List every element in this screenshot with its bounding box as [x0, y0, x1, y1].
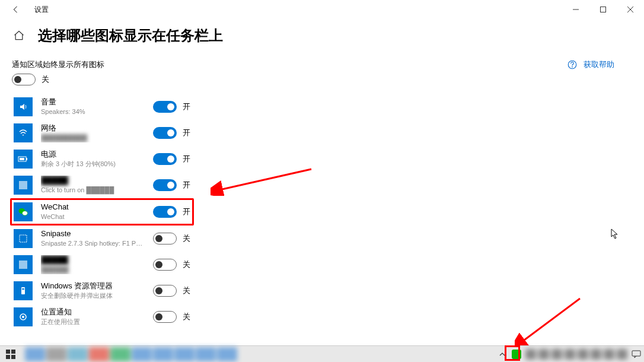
- app-row--: 音量 Speakers: 34% 开: [12, 94, 415, 120]
- app-toggle-state: 开: [183, 154, 190, 164]
- svg-rect-25: [11, 355, 15, 359]
- svg-rect-1: [601, 7, 606, 12]
- svg-rect-6: [20, 158, 24, 160]
- action-center-icon[interactable]: [631, 349, 642, 360]
- usb-icon: [14, 281, 33, 300]
- app-toggle[interactable]: [153, 127, 177, 139]
- tray-icons-blurred[interactable]: [525, 349, 627, 360]
- generic-icon: [14, 176, 33, 195]
- generic-icon: [14, 255, 33, 274]
- app-toggle-state: 开: [183, 207, 190, 217]
- app-title: Windows 资源管理器: [41, 281, 145, 291]
- volume-icon: [14, 97, 33, 116]
- svg-rect-12: [21, 287, 25, 294]
- app-row-windows-: Windows 资源管理器 安全删除硬件并弹出媒体 关: [12, 278, 415, 304]
- home-button[interactable]: [12, 28, 26, 43]
- app-toggle[interactable]: [153, 285, 177, 297]
- app-toggle[interactable]: [153, 206, 177, 218]
- app-subtitle: WeChat: [41, 212, 145, 221]
- app-title: █████: [41, 255, 145, 265]
- app-toggle[interactable]: [153, 153, 177, 165]
- snip-icon: [14, 229, 33, 248]
- help-icon: [567, 59, 578, 70]
- titlebar: 设置: [0, 0, 644, 19]
- svg-rect-24: [6, 355, 10, 359]
- app-subtitle: Click to turn on ██████: [41, 186, 145, 194]
- app-row-wechat: WeChat WeChat 开: [10, 198, 194, 226]
- global-toggle-label: 通知区域始终显示所有图标: [12, 59, 415, 70]
- get-help-label: 获取帮助: [584, 59, 614, 70]
- start-button[interactable]: [0, 346, 21, 363]
- app-row--: 位置通知 正在使用位置 关: [12, 304, 415, 330]
- app-title: █████: [41, 176, 145, 186]
- app-toggle-state: 关: [183, 312, 190, 322]
- battery-icon: [14, 150, 33, 169]
- maximize-button[interactable]: [589, 0, 617, 19]
- page-header: 选择哪些图标显示在任务栏上: [0, 19, 644, 49]
- location-icon: [14, 307, 33, 326]
- annotation-tray-highlight: [505, 345, 520, 361]
- app-title: 电源: [41, 150, 145, 160]
- page-title: 选择哪些图标显示在任务栏上: [38, 26, 223, 45]
- app-toggle-state: 开: [183, 101, 190, 112]
- svg-rect-7: [19, 181, 27, 189]
- app-row-snipaste: Snipaste Snipaste 2.7.3 Snip hotkey: F1 …: [12, 226, 415, 252]
- app-subtitle: ██████████: [41, 134, 145, 142]
- app-toggle-state: 开: [183, 128, 190, 138]
- app-title: Snipaste: [41, 229, 145, 239]
- app-row--: █████ Click to turn on ██████ 开: [12, 172, 415, 198]
- back-button[interactable]: [6, 0, 25, 19]
- app-subtitle: Speakers: 34%: [41, 107, 145, 116]
- app-subtitle: 剩余 3 小时 13 分钟(80%): [41, 160, 145, 168]
- app-subtitle: 正在使用位置: [41, 317, 145, 326]
- svg-rect-10: [20, 235, 27, 242]
- app-title: 音量: [41, 97, 145, 107]
- svg-rect-5: [26, 158, 27, 160]
- svg-rect-22: [6, 350, 10, 354]
- window-title: 设置: [34, 5, 49, 15]
- window-controls: [562, 0, 644, 19]
- app-toggle-state: 关: [183, 259, 190, 270]
- wifi-icon: [14, 123, 33, 142]
- app-row--: 电源 剩余 3 小时 13 分钟(80%) 开: [12, 146, 415, 172]
- app-toggle[interactable]: [153, 311, 177, 323]
- app-toggle[interactable]: [153, 233, 177, 244]
- get-help-link[interactable]: 获取帮助: [567, 59, 614, 70]
- app-subtitle: 安全删除硬件并弹出媒体: [41, 291, 145, 300]
- global-toggle[interactable]: [12, 74, 36, 85]
- app-row--: █████ ██████ 关: [12, 252, 415, 278]
- app-toggle[interactable]: [153, 259, 177, 271]
- minimize-button[interactable]: [562, 0, 589, 19]
- svg-rect-23: [11, 350, 15, 354]
- app-subtitle: ██████: [41, 265, 145, 274]
- app-toggle-state: 关: [183, 233, 190, 244]
- close-button[interactable]: [617, 0, 644, 19]
- wechat-icon: [14, 202, 33, 221]
- app-toggle-state: 开: [183, 180, 190, 190]
- svg-point-17: [572, 66, 572, 67]
- global-toggle-state: 关: [42, 74, 49, 85]
- app-toggle[interactable]: [153, 179, 177, 191]
- app-title: 网络: [41, 123, 145, 134]
- svg-point-9: [23, 211, 28, 216]
- app-title: 位置通知: [41, 307, 145, 317]
- app-toggle-state: 关: [183, 285, 190, 296]
- svg-point-15: [22, 316, 24, 318]
- app-row--: 网络 ██████████ 开: [12, 120, 415, 146]
- svg-rect-13: [22, 288, 24, 290]
- app-toggle[interactable]: [153, 101, 177, 113]
- svg-rect-11: [19, 261, 27, 269]
- taskbar-pinned-apps[interactable]: [25, 347, 237, 361]
- svg-rect-26: [632, 351, 640, 356]
- taskbar: [0, 345, 644, 362]
- app-subtitle: Snipaste 2.7.3 Snip hotkey: F1 Paste...: [41, 239, 145, 247]
- app-title: WeChat: [41, 202, 145, 212]
